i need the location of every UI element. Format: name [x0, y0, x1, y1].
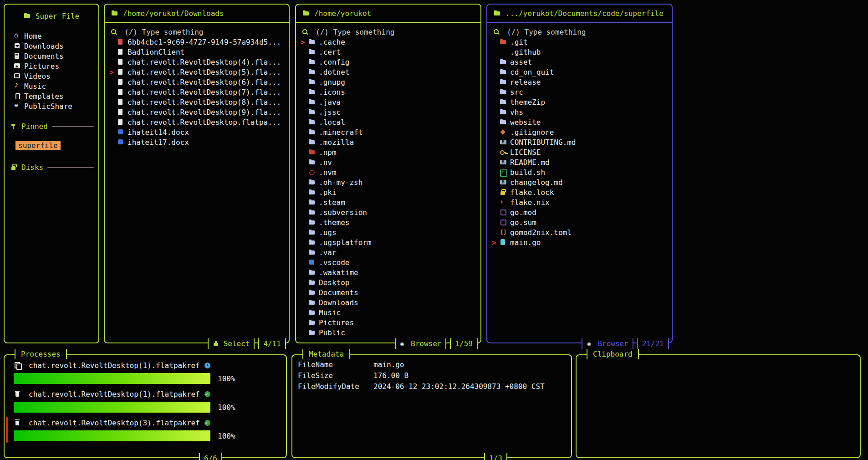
- file-row[interactable]: > chat.revolt.RevoltDesktop(9).fla...: [109, 107, 287, 117]
- file-row[interactable]: > .java: [301, 97, 479, 107]
- cursor-marker: >: [301, 258, 308, 267]
- file-row[interactable]: > .steam: [301, 197, 479, 207]
- file-row[interactable]: > .nv: [301, 157, 479, 167]
- file-row[interactable]: > flake.lock: [492, 187, 670, 197]
- file-row[interactable]: > .oh-my-zsh: [301, 177, 479, 187]
- file-row[interactable]: > src: [492, 87, 670, 97]
- file-row[interactable]: > .git: [492, 37, 670, 47]
- sidebar-item[interactable]: PublicShare: [5, 101, 98, 111]
- file-row[interactable]: > chat.revolt.RevoltDesktop(4).fla...: [109, 57, 287, 67]
- file-row[interactable]: > .github: [492, 47, 670, 57]
- file-row[interactable]: > ihateit17.docx: [109, 137, 287, 147]
- file-name: .dotnet: [319, 68, 349, 77]
- file-row[interactable]: > flake.nix: [492, 197, 670, 207]
- file-row[interactable]: > release: [492, 77, 670, 87]
- file-row[interactable]: > .dotnet: [301, 67, 479, 77]
- process-row[interactable]: chat.revolt.RevoltDesktop(3).flatpakref …: [5, 413, 286, 441]
- file-list: > .cache > .cert > .config > .dotnet >: [301, 37, 479, 337]
- file-row[interactable]: > changelog.md: [492, 177, 670, 187]
- file-row[interactable]: > cd_on_quit: [492, 67, 670, 77]
- file-row[interactable]: > ihateit14.docx: [109, 127, 287, 137]
- file-row[interactable]: > .wakatime: [301, 267, 479, 277]
- cursor-marker: >: [492, 228, 500, 237]
- file-row[interactable]: > Desktop: [301, 277, 479, 287]
- cursor-marker: >: [109, 58, 117, 66]
- file-row[interactable]: > LICENSE: [492, 147, 670, 157]
- process-row[interactable]: chat.revolt.RevoltDesktop(1).flatpakref …: [5, 384, 286, 413]
- file-row[interactable]: > Documents: [301, 287, 479, 297]
- file-name: .nv: [319, 158, 332, 167]
- file-row[interactable]: > chat.revolt.RevoltDesktop.flatpa...: [109, 117, 287, 127]
- file-icon: [117, 129, 124, 135]
- sidebar-item[interactable]: Templates: [5, 91, 98, 101]
- file-icon: [500, 129, 507, 135]
- file-row[interactable]: > 6bb4cbc1-9c69-4727-9149-57a934d5...: [109, 37, 287, 47]
- file-row[interactable]: > .jssc: [301, 107, 479, 117]
- file-row[interactable]: > Downloads: [301, 297, 479, 307]
- file-row[interactable]: > .themes: [301, 217, 479, 227]
- file-icon: [500, 89, 507, 95]
- file-row[interactable]: > chat.revolt.RevoltDesktop(7).fla...: [109, 87, 287, 97]
- file-row[interactable]: > .cache: [301, 37, 479, 47]
- file-icon: [117, 39, 124, 45]
- file-row[interactable]: > .config: [301, 57, 479, 67]
- file-row[interactable]: > .nvm: [301, 167, 479, 177]
- sidebar-item[interactable]: Pictures: [5, 61, 98, 71]
- file-row[interactable]: > go.mod: [492, 207, 670, 217]
- file-row[interactable]: > .minecraft: [301, 127, 479, 137]
- file-row[interactable]: > README.md: [492, 157, 670, 167]
- sidebar-item[interactable]: Downloads: [5, 41, 98, 51]
- pin-icon: [10, 123, 17, 130]
- search-input[interactable]: (/) Type something: [492, 27, 670, 37]
- folder-icon: [24, 13, 31, 19]
- file-name: build.sh: [510, 168, 545, 177]
- file-row[interactable]: > .gnupg: [301, 77, 479, 87]
- code-line: [677, 40, 868, 50]
- file-row[interactable]: > Public: [301, 327, 479, 337]
- file-row[interactable]: > vhs: [492, 107, 670, 117]
- process-type-icon: [14, 362, 21, 368]
- file-icon: [308, 329, 316, 336]
- file-row[interactable]: > .subversion: [301, 207, 479, 217]
- file-row[interactable]: > go.sum: [492, 217, 670, 227]
- search-input[interactable]: (/) Type something: [109, 27, 287, 37]
- file-row[interactable]: > .ugsplatform: [301, 237, 479, 247]
- file-row[interactable]: > .var: [301, 247, 479, 257]
- process-row[interactable]: chat.revolt.RevoltDesktop(1).flatpakref …: [5, 355, 286, 384]
- file-row[interactable]: > .gitignore: [492, 127, 670, 137]
- file-panel-home: /home/yorukot (/) Type something > .cach…: [295, 4, 481, 343]
- file-row[interactable]: > gomod2nix.toml: [492, 227, 670, 237]
- file-row[interactable]: > .cert: [301, 47, 479, 57]
- file-row[interactable]: > .icons: [301, 87, 479, 97]
- cursor-marker: >: [492, 188, 500, 197]
- file-icon: [117, 99, 124, 105]
- file-row[interactable]: > chat.revolt.RevoltDesktop(8).fla...: [109, 97, 287, 107]
- file-row[interactable]: > Pictures: [301, 317, 479, 327]
- file-row[interactable]: > .vscode: [301, 257, 479, 267]
- sidebar-item[interactable]: Videos: [5, 71, 98, 81]
- file-row[interactable]: > BadlionClient: [109, 47, 287, 57]
- file-row[interactable]: > chat.revolt.RevoltDesktop(5).fla...: [109, 67, 287, 77]
- file-row[interactable]: > main.go: [492, 237, 670, 247]
- sidebar-item[interactable]: Home: [5, 31, 98, 41]
- file-row[interactable]: > .ugs: [301, 227, 479, 237]
- sidebar-item-superfile[interactable]: superfile: [15, 141, 61, 150]
- file-row[interactable]: > CONTRIBUTING.md: [492, 137, 670, 147]
- file-row[interactable]: > .mozilla: [301, 137, 479, 147]
- file-name: LICENSE: [510, 148, 541, 157]
- file-row[interactable]: > website: [492, 117, 670, 127]
- search-input[interactable]: (/) Type something: [301, 27, 479, 37]
- file-list: > .git > .github > asset > cd_on_quit >: [492, 37, 670, 247]
- file-row[interactable]: > themeZip: [492, 97, 670, 107]
- file-row[interactable]: > build.sh: [492, 167, 670, 177]
- file-row[interactable]: > Music: [301, 307, 479, 317]
- file-row[interactable]: > .local: [301, 117, 479, 127]
- file-row[interactable]: > asset: [492, 57, 670, 67]
- cursor-marker: >: [492, 198, 500, 207]
- sidebar-item[interactable]: Music: [5, 81, 98, 91]
- file-row[interactable]: > .pki: [301, 187, 479, 197]
- file-row[interactable]: > .npm: [301, 147, 479, 157]
- sidebar-item[interactable]: Documents: [5, 51, 98, 61]
- file-name: .minecraft: [319, 128, 363, 137]
- file-row[interactable]: > chat.revolt.RevoltDesktop(6).fla...: [109, 77, 287, 87]
